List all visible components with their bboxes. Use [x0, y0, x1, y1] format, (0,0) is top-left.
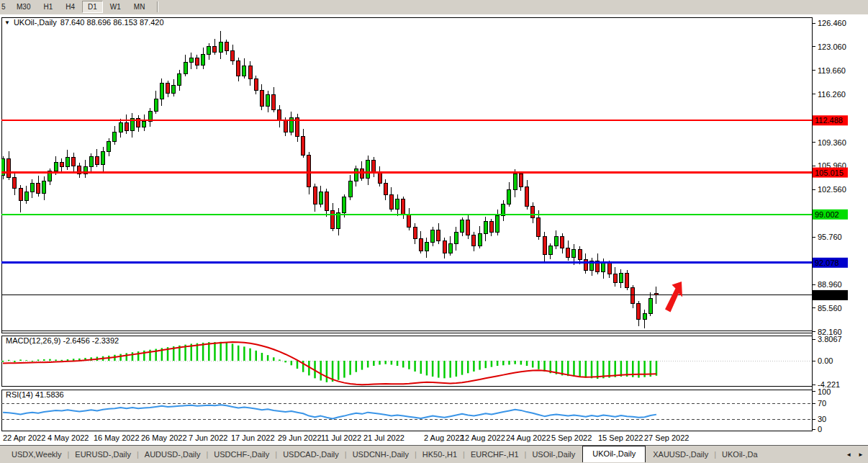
candle-down — [402, 199, 405, 215]
candle-down — [466, 220, 470, 235]
chart-tab-audusddaily[interactable]: AUDUSD-,Daily — [137, 448, 208, 461]
chart-tab-hk50h1[interactable]: HK50-,H1 — [415, 448, 464, 461]
date-label: 12 Aug 2022 — [461, 433, 505, 442]
date-label: 5 Sep 2022 — [551, 433, 592, 442]
timeframe-button-d1[interactable]: D1 — [82, 1, 103, 13]
candlestick-series[interactable] — [1, 31, 659, 328]
chart-tab-usoildaily[interactable]: USOil-,Daily — [525, 448, 582, 461]
candle-down — [307, 156, 311, 187]
candle-up — [354, 169, 358, 181]
chart-tab-ukoilda[interactable]: UKOil-,Da — [715, 448, 765, 461]
candle-down — [607, 264, 611, 274]
date-label: 26 May 2022 — [141, 433, 187, 442]
date-label: 17 Jun 2022 — [231, 433, 275, 442]
candle-down — [531, 206, 535, 217]
candle-down — [254, 78, 258, 90]
timeframe-button-mn[interactable]: MN — [128, 1, 151, 13]
timeframe-button-5[interactable]: 5 — [1, 1, 9, 13]
candle-up — [143, 121, 146, 127]
candle-down — [260, 91, 263, 107]
candle-up — [478, 234, 482, 246]
candle-down — [19, 188, 22, 200]
candle-up — [119, 122, 122, 132]
chart-tab-eurusddaily[interactable]: EURUSD-,Daily — [68, 448, 138, 461]
candle-up — [160, 84, 163, 99]
macd-axis-labels: 3.80670.00-4.221 — [812, 335, 842, 389]
candle-down — [272, 94, 276, 109]
chart-tab-xauusddaily[interactable]: XAUUSD-,Daily — [646, 448, 715, 461]
candle-up — [184, 63, 187, 73]
candle-up — [319, 192, 322, 204]
candle-up — [113, 132, 117, 142]
rsi-pane[interactable] — [1, 403, 812, 419]
candle-up — [554, 237, 558, 246]
chart-tab-eurchfh1[interactable]: EURCHF-,H1 — [464, 448, 526, 461]
timeframe-button-m30[interactable]: M30 — [11, 1, 36, 13]
macd-indicator-label: MACD(12,26,9) -2.6456 -2.3392 — [6, 336, 119, 345]
date-axis[interactable]: 22 Apr 20224 May 202216 May 202226 May 2… — [3, 433, 689, 442]
price-tag-label: 99.002 — [815, 210, 839, 219]
mt4-window: 5M30H1H4D1W1MN 126.460123.060119.660116.… — [0, 0, 868, 463]
chart-area[interactable]: 126.460123.060119.660116.260109.360105.9… — [0, 14, 868, 445]
price-label: 88.960 — [818, 280, 842, 289]
price-label: 119.660 — [818, 66, 846, 75]
candle-up — [266, 94, 270, 106]
price-label: 109.360 — [818, 138, 846, 147]
chart-title: ▼ UKOil-,Daily 87.640 88.696 86.153 87.4… — [4, 18, 164, 27]
candle-up — [648, 299, 652, 313]
date-label: 7 Jun 2022 — [189, 433, 227, 442]
candle-up — [189, 58, 193, 63]
candle-down — [561, 237, 564, 248]
candle-up — [30, 183, 34, 192]
candle-down — [248, 66, 252, 78]
chart-canvas[interactable]: 126.460123.060119.660116.260109.360105.9… — [0, 14, 868, 463]
up-arrow-annotation[interactable] — [665, 282, 682, 313]
candle-down — [613, 274, 617, 283]
candle-down — [7, 158, 11, 177]
candle-down — [566, 248, 570, 258]
candle-down — [584, 260, 587, 271]
price-tag-label: 92.078 — [815, 259, 839, 267]
candle-down — [237, 61, 240, 76]
timeframe-button-h4[interactable]: H4 — [60, 1, 81, 13]
timeframe-button-w1[interactable]: W1 — [104, 1, 127, 13]
price-tag-label: 87.420 — [815, 291, 839, 300]
date-label: 2 Aug 2022 — [424, 433, 464, 442]
horizontal-lines[interactable]: 112.488105.01599.00292.07887.420 — [1, 115, 848, 331]
chart-tab-usdchfdaily[interactable]: USDCHF-,Daily — [207, 448, 276, 461]
chart-ohlc-values: 87.640 88.696 86.153 87.420 — [60, 18, 164, 27]
candle-up — [484, 221, 487, 233]
candle-down — [372, 160, 376, 172]
candle-down — [360, 169, 363, 179]
candle-up — [219, 42, 222, 53]
candle-up — [619, 273, 623, 283]
candle-up — [643, 313, 646, 319]
candle-up — [89, 156, 93, 166]
main-pane-border — [1, 17, 812, 333]
candle-up — [572, 249, 576, 258]
chart-tab-ukoildaily[interactable]: UKOil-,Daily — [582, 446, 646, 462]
candle-down — [231, 50, 235, 61]
chevron-down-icon[interactable]: ▼ — [4, 19, 10, 26]
macd-name: MACD(12,26,9) — [6, 336, 60, 345]
price-label: 85.560 — [818, 304, 842, 313]
macd-pane[interactable] — [1, 342, 812, 385]
tab-scroll-left-icon[interactable]: ◄ — [846, 451, 851, 458]
candle-down — [625, 273, 629, 287]
candle-up — [454, 232, 458, 243]
tab-scroll-right-icon[interactable]: ► — [858, 451, 864, 458]
chart-tab-usdxweekly[interactable]: USDX,Weekly — [4, 448, 68, 461]
rsi-axis-label: 30 — [818, 415, 826, 423]
chart-tab-usdcaddaily[interactable]: USDCAD-,Daily — [276, 448, 346, 461]
candle-down — [37, 183, 40, 194]
candle-down — [631, 287, 635, 303]
candle-down — [125, 122, 128, 131]
candle-up — [42, 181, 46, 193]
chart-tab-usdcnhdaily[interactable]: USDCNH-,Daily — [345, 448, 416, 461]
chart-symbol-label: UKOil-,Daily — [14, 18, 57, 27]
timeframe-button-h1[interactable]: H1 — [37, 1, 58, 13]
candle-up — [101, 152, 105, 164]
date-label: 15 Sep 2022 — [598, 433, 643, 442]
candle-up — [337, 213, 340, 228]
date-label: 16 May 2022 — [94, 433, 140, 442]
